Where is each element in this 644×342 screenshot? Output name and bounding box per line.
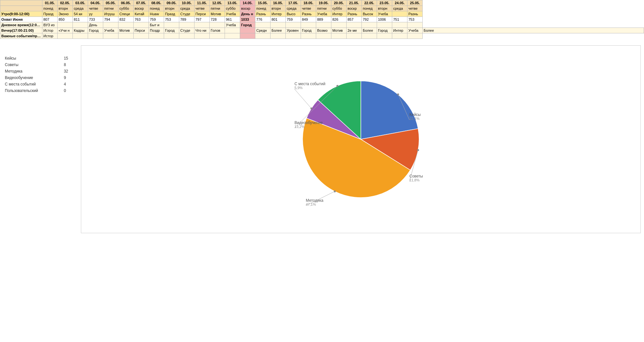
events-row-cell-18 <box>316 33 331 39</box>
pie-label-line-3 <box>294 89 311 108</box>
header-date-18: 19.05. <box>316 0 331 6</box>
utro-row-cell-17: Разнь <box>301 11 316 17</box>
weekday-cell-9: среда <box>179 6 194 11</box>
dnevnoe-row-cell-1 <box>58 22 73 28</box>
pie-dot-0 <box>397 94 399 96</box>
weekday-cell-5: суббо <box>118 6 134 11</box>
events-row-cell-21 <box>362 33 377 39</box>
header-date-1: 02.05. <box>58 0 73 6</box>
weekday-cell-17: четве <box>301 6 316 11</box>
utro-row-cell-10: Перси <box>194 11 210 17</box>
dnevnoe-row-cell-3: День <box>88 22 103 28</box>
legend-value-4: 4 <box>62 81 74 87</box>
header-date-2: 03.05. <box>73 0 88 6</box>
vecher-row-cell-5: Мотив <box>118 28 134 33</box>
events-row-cell-0: Истор <box>42 33 58 39</box>
ohvat-row-cell-10: 797 <box>194 17 210 22</box>
header-date-4: 05.05. <box>103 0 118 6</box>
utro-row-cell-23 <box>392 11 407 17</box>
utro-row-row: Утро(9:00-12:00)ПраздЭконо54 киууИгрушСп… <box>0 11 644 17</box>
events-row-cell-1 <box>58 33 73 39</box>
dnevnoe-row-cell-16 <box>286 22 301 28</box>
pie-pct-text-1: 11,8% <box>409 178 419 182</box>
header-date-13: 14.05. <box>240 0 255 6</box>
dnevnoe-row-cell-12: Учеба <box>225 22 240 28</box>
vecher-row-cell-9: Студе <box>179 28 194 33</box>
events-row-cell-14 <box>255 33 271 39</box>
dnevnoe-row-cell-5 <box>118 22 134 28</box>
legend-value-5: 0 <box>62 87 74 94</box>
legend-value-0: 15 <box>62 55 74 62</box>
weekday-cell-0: понед <box>42 6 58 11</box>
legend-item-5: Пользовательский0 <box>3 87 74 94</box>
dnevnoe-row-cell-24 <box>407 22 423 28</box>
pie-label-text-4: Видеообучение <box>294 120 323 125</box>
legend-label-1: Советы <box>3 62 62 68</box>
vecher-row-cell-14: Средн <box>255 28 271 33</box>
ohvat-row-cell-3: 733 <box>88 17 103 22</box>
ohvat-row-cell-16: 759 <box>286 17 301 22</box>
utro-row-cell-18: Учеба <box>316 11 331 17</box>
dnevnoe-row-cell-8 <box>164 22 179 28</box>
dnevnoe-row-cell-14 <box>255 22 271 28</box>
legend-label-2: Методика <box>3 68 62 74</box>
pie-pct-text-0: 22,1% <box>409 117 419 120</box>
weekday-cell-23: среда <box>392 6 407 11</box>
dnevnoe-row-cell-9 <box>179 22 194 28</box>
ohvat-row-cell-21: 792 <box>362 17 377 22</box>
events-row-cell-5 <box>118 33 134 39</box>
weekday-cell-13: воскр <box>240 6 255 11</box>
header-date-6: 07.05. <box>134 0 149 6</box>
pie-pct-text-4: 13,2% <box>294 125 305 129</box>
header-date-23: 24.05. <box>392 0 407 6</box>
header-date-5: 06.05. <box>118 0 134 6</box>
weekday-cell-20: воскр <box>347 6 362 11</box>
weekday-cell-2: среда <box>73 6 88 11</box>
dnevnoe-row-cell-6 <box>134 22 149 28</box>
legend-label-4: С места событий <box>3 81 62 87</box>
events-row-cell-4 <box>103 33 118 39</box>
header-date-24: 25.05. <box>407 0 423 6</box>
dnevnoe-row-cell-11 <box>210 22 225 28</box>
header-date-14: 15.05. <box>255 0 271 6</box>
vecher-row-cell-12 <box>225 28 240 33</box>
ohvat-row-cell-22: 1006 <box>377 17 392 22</box>
weekday-cell-19: суббо <box>331 6 347 11</box>
ohvat-row-cell-11: 728 <box>210 17 225 22</box>
header-date-19: 20.05. <box>331 0 347 6</box>
header-date-22: 23.05. <box>377 0 392 6</box>
header-date-21: 22.05. <box>362 0 377 6</box>
utro-row-cell-15: Интер <box>271 11 286 17</box>
legend-label-5: Пользовательский <box>3 87 62 94</box>
dnevnoe-row-cell-4 <box>103 22 118 28</box>
utro-row-cell-14: Разнь <box>255 11 271 17</box>
utro-row-cell-0: Празд <box>42 11 58 17</box>
weekday-cell-8: вторн <box>164 6 179 11</box>
dnevnoe-row-cell-17 <box>301 22 316 28</box>
dnevnoe-row-cell-20 <box>347 22 362 28</box>
utro-row-cell-12: Учеба <box>225 11 240 17</box>
legend-value-2: 32 <box>62 68 74 74</box>
ohvat-row-cell-7: 759 <box>149 17 164 22</box>
ohvat-row-cell-8: 753 <box>164 17 179 22</box>
legend-item-0: Кейсы15 <box>3 55 74 62</box>
utro-row-cell-22: Учеба <box>377 11 392 17</box>
events-row-cell-7 <box>149 33 164 39</box>
legend-item-2: Методика32 <box>3 68 74 74</box>
vecher-row-cell-19: Мотив <box>331 28 347 33</box>
utro-row-cell-24: Разнь <box>407 11 423 17</box>
events-row-cell-10 <box>194 33 210 39</box>
events-row-cell-12 <box>225 33 240 39</box>
weekday-cell-6: воскр <box>134 6 149 11</box>
legend-item-1: Советы8 <box>3 62 74 68</box>
ohvat-row-label: Охват Июня <box>0 17 42 22</box>
ohvat-row-cell-20: 857 <box>347 17 362 22</box>
vecher-row-cell-1: «Учи н <box>58 28 73 33</box>
utro-row-cell-6: Китай <box>134 11 149 17</box>
header-date-20: 21.05. <box>347 0 362 6</box>
vecher-row-cell-8: Город <box>164 28 179 33</box>
ohvat-row-cell-18: 889 <box>316 17 331 22</box>
dnevnoe-row-cell-0: ВУЗ из <box>42 22 58 28</box>
utro-row-cell-13: День н <box>240 11 255 17</box>
ohvat-row-cell-12: 961 <box>225 17 240 22</box>
